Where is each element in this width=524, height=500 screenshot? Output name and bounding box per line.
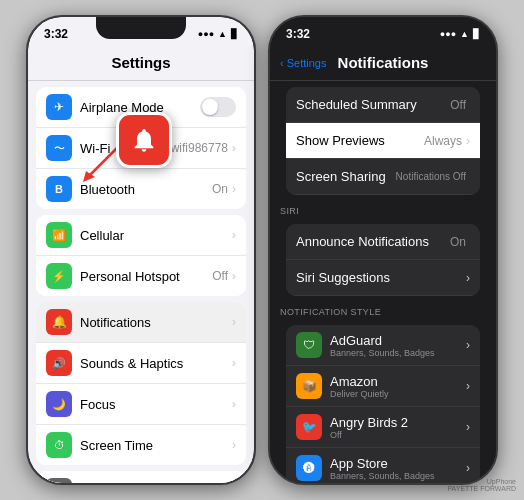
angry-birds-sublabel: Off	[330, 430, 466, 440]
sounds-chevron: ›	[232, 356, 236, 370]
notifications-chevron: ›	[232, 315, 236, 329]
nav-title-right: Notifications	[338, 54, 429, 71]
screen-time-row[interactable]: ⏱ Screen Time ›	[36, 425, 246, 465]
app-group: 🛡 AdGuard Banners, Sounds, Badges › 📦 Am…	[286, 325, 480, 483]
app-store-label: App Store	[330, 456, 466, 471]
amazon-label: Amazon	[330, 374, 466, 389]
airplane-icon: ✈	[46, 94, 72, 120]
general-icon: ⚙	[46, 478, 72, 483]
top-settings: Scheduled Summary Off Show Previews Alwa…	[278, 87, 488, 195]
screen-sharing-row[interactable]: Screen Sharing Notifications Off	[286, 159, 480, 195]
group-4: ⚙ General 1 › ⊞ Control Center › AA	[36, 471, 246, 483]
battery-icon: ▊	[231, 29, 238, 39]
status-icons-right: ●●● ▲ ▊	[440, 29, 480, 39]
airplane-toggle[interactable]	[200, 97, 236, 117]
hotspot-row[interactable]: ⚡ Personal Hotspot Off ›	[36, 256, 246, 296]
announce-notif-label: Announce Notifications	[296, 234, 450, 249]
siri-suggestions-row[interactable]: Siri Suggestions ›	[286, 260, 480, 296]
wifi-chevron: ›	[232, 141, 236, 155]
notch-right	[338, 17, 428, 39]
amazon-icon: 📦	[296, 373, 322, 399]
wifi-icon: ▲	[218, 29, 227, 39]
announce-notif-value: On	[450, 235, 466, 249]
app-notifications: 🛡 AdGuard Banners, Sounds, Badges › 📦 Am…	[278, 325, 488, 483]
watermark-line1: UpPhone	[447, 478, 516, 485]
time-right: 3:32	[286, 27, 310, 41]
show-previews-value: Always	[424, 134, 462, 148]
adguard-row[interactable]: 🛡 AdGuard Banners, Sounds, Badges ›	[286, 325, 480, 366]
screen-time-chevron: ›	[232, 438, 236, 452]
angry-birds-row[interactable]: 🐦 Angry Birds 2 Off ›	[286, 407, 480, 448]
back-button[interactable]: ‹ Settings	[280, 57, 326, 69]
group-3: 🔔 Notifications › 🔊 Sounds & Haptics › 🌙	[36, 302, 246, 465]
sounds-row[interactable]: 🔊 Sounds & Haptics ›	[36, 343, 246, 384]
nav-bar-right: ‹ Settings Notifications	[270, 45, 496, 81]
angry-birds-text: Angry Birds 2 Off	[330, 415, 466, 440]
amazon-text: Amazon Deliver Quietly	[330, 374, 466, 399]
amazon-sublabel: Deliver Quietly	[330, 389, 466, 399]
focus-chevron: ›	[232, 397, 236, 411]
battery-icon-right: ▊	[473, 29, 480, 39]
angry-birds-chevron: ›	[466, 420, 470, 434]
amazon-chevron: ›	[466, 379, 470, 393]
left-phone: 3:32 ●●● ▲ ▊ Settings ✈ Airplane Mode	[26, 15, 256, 485]
cellular-chevron: ›	[232, 228, 236, 242]
siri-header: Siri	[270, 201, 496, 218]
wifi-icon-right: ▲	[460, 29, 469, 39]
screen-sharing-label: Screen Sharing	[296, 169, 396, 184]
siri-group: Announce Notifications On Siri Suggestio…	[286, 224, 480, 296]
group-2: 📶 Cellular › ⚡ Personal Hotspot Off ›	[36, 215, 246, 296]
focus-icon: 🌙	[46, 391, 72, 417]
screen-sharing-value: Notifications Off	[396, 171, 466, 182]
adguard-chevron: ›	[466, 338, 470, 352]
top-group: Scheduled Summary Off Show Previews Alwa…	[286, 87, 480, 195]
focus-label: Focus	[80, 397, 232, 412]
cellular-label: Cellular	[80, 228, 232, 243]
show-previews-label: Show Previews	[296, 133, 424, 148]
hotspot-icon: ⚡	[46, 263, 72, 289]
left-screen: 3:32 ●●● ▲ ▊ Settings ✈ Airplane Mode	[28, 17, 254, 483]
show-previews-chevron: ›	[466, 134, 470, 148]
notifications-icon: 🔔	[46, 309, 72, 335]
sounds-icon: 🔊	[46, 350, 72, 376]
right-screen: 3:32 ●●● ▲ ▊ ‹ Settings Notifications Sc…	[270, 17, 496, 483]
status-icons-left: ●●● ▲ ▊	[198, 29, 238, 39]
announce-notif-row[interactable]: Announce Notifications On	[286, 224, 480, 260]
notch	[96, 17, 186, 39]
cellular-icon: 📶	[46, 222, 72, 248]
notifications-label: Notifications	[80, 315, 232, 330]
adguard-icon: 🛡	[296, 332, 322, 358]
app-store-chevron: ›	[466, 461, 470, 475]
wifi-value: wifi986778	[171, 141, 228, 155]
app-store-icon: 🅐	[296, 455, 322, 481]
siri-suggestions-label: Siri Suggestions	[296, 270, 466, 285]
watermark: UpPhone PAYETTE FORWARD	[447, 478, 516, 492]
angry-birds-icon: 🐦	[296, 414, 322, 440]
siri-settings: Announce Notifications On Siri Suggestio…	[278, 224, 488, 296]
bluetooth-chevron: ›	[232, 182, 236, 196]
scheduled-summary-row[interactable]: Scheduled Summary Off	[286, 87, 480, 123]
bell-icon	[130, 126, 158, 154]
nav-title-left: Settings	[111, 54, 170, 71]
show-previews-row[interactable]: Show Previews Always ›	[286, 123, 480, 159]
focus-row[interactable]: 🌙 Focus ›	[36, 384, 246, 425]
sounds-label: Sounds & Haptics	[80, 356, 232, 371]
scheduled-summary-value: Off	[450, 98, 466, 112]
app-store-text: App Store Banners, Sounds, Badges	[330, 456, 466, 481]
general-row[interactable]: ⚙ General 1 ›	[36, 471, 246, 483]
signal-icon: ●●●	[198, 29, 214, 39]
time-left: 3:32	[44, 27, 68, 41]
cellular-row[interactable]: 📶 Cellular ›	[36, 215, 246, 256]
notif-style-header: NOTIFICATION STYLE	[270, 302, 496, 319]
angry-birds-label: Angry Birds 2	[330, 415, 466, 430]
nav-bar-left: Settings	[28, 45, 254, 81]
notifications-row[interactable]: 🔔 Notifications ›	[36, 302, 246, 343]
adguard-sublabel: Banners, Sounds, Badges	[330, 348, 466, 358]
bluetooth-value: On	[212, 182, 228, 196]
siri-suggestions-chevron: ›	[466, 271, 470, 285]
hotspot-chevron: ›	[232, 269, 236, 283]
screen-time-label: Screen Time	[80, 438, 232, 453]
right-phone: 3:32 ●●● ▲ ▊ ‹ Settings Notifications Sc…	[268, 15, 498, 485]
amazon-row[interactable]: 📦 Amazon Deliver Quietly ›	[286, 366, 480, 407]
app-store-sublabel: Banners, Sounds, Badges	[330, 471, 466, 481]
